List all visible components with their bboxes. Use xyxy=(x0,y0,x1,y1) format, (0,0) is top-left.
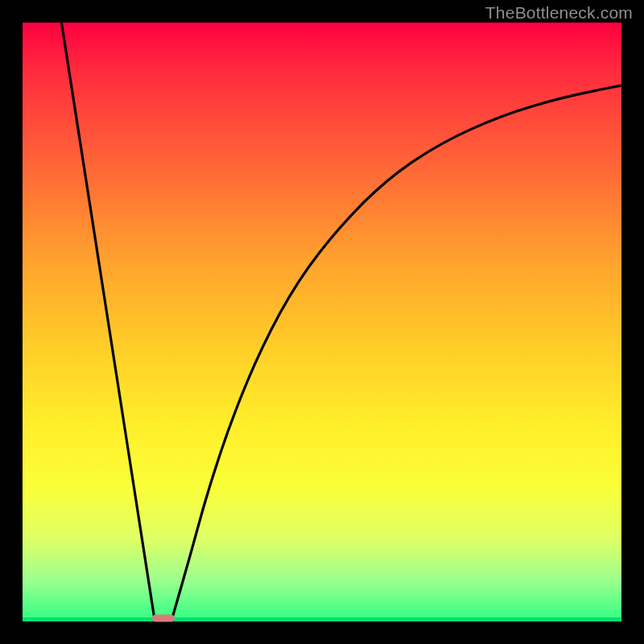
plot-area xyxy=(23,23,621,621)
right-curve xyxy=(172,85,621,617)
watermark: TheBottleneck.com xyxy=(485,3,633,23)
curve-group xyxy=(61,23,621,618)
optimum-marker xyxy=(152,614,175,621)
figure: TheBottleneck.com xyxy=(0,0,644,644)
left-line xyxy=(61,23,154,618)
curve-svg xyxy=(23,23,621,621)
